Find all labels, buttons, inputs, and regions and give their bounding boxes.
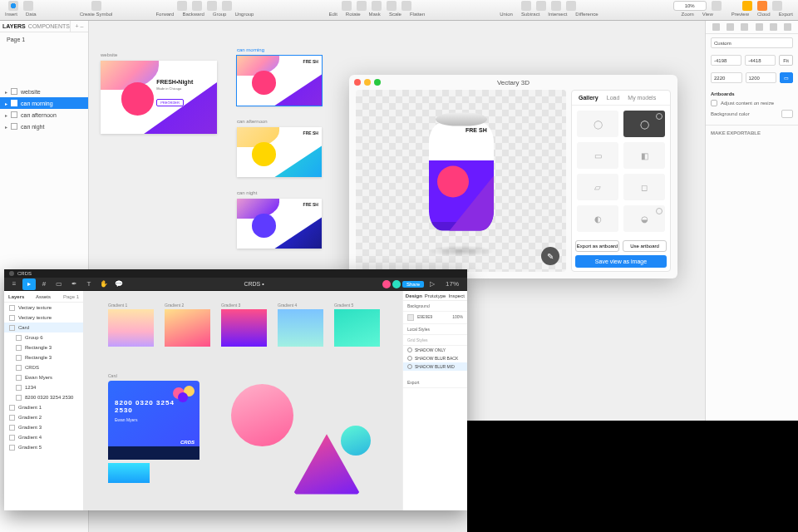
align-hcenter-icon[interactable]: [727, 23, 734, 31]
edit-icon[interactable]: [342, 1, 352, 11]
tab-design[interactable]: Design: [403, 291, 425, 300]
figma-layer-item[interactable]: Gradient 4: [4, 432, 83, 442]
w-field[interactable]: 2220: [711, 72, 742, 83]
intersect-icon[interactable]: [551, 1, 561, 11]
maximize-icon[interactable]: [374, 79, 381, 86]
shape-circle-large[interactable]: [231, 384, 293, 446]
page-name[interactable]: Page 1: [0, 32, 88, 47]
avatar[interactable]: [382, 280, 391, 288]
tab-load[interactable]: Load: [607, 95, 620, 101]
shape-tool[interactable]: ▭: [52, 278, 66, 290]
rotate-icon[interactable]: [357, 1, 367, 11]
model-thumb[interactable]: ◧: [623, 142, 665, 169]
x-field[interactable]: -4198: [711, 55, 741, 66]
figma-layer-item[interactable]: Ewan Myers: [4, 372, 83, 382]
vectary-viewport[interactable]: FRE SH ✎: [356, 90, 566, 272]
group-icon[interactable]: [207, 1, 217, 11]
figma-titlebar[interactable]: CRDS: [4, 269, 467, 278]
export-icon[interactable]: [772, 1, 782, 11]
can-3d-model[interactable]: FRE SH: [429, 112, 494, 237]
export-section[interactable]: Export: [403, 377, 467, 388]
tab-prototype[interactable]: Prototype: [425, 291, 446, 300]
h-field[interactable]: 1200: [746, 72, 777, 83]
model-thumb[interactable]: ▱: [577, 174, 618, 200]
view-icon[interactable]: [712, 1, 722, 11]
ungroup-icon[interactable]: [222, 1, 232, 11]
figma-layer-item[interactable]: Gradient 5: [4, 442, 83, 452]
layer-website[interactable]: ▸website: [0, 86, 88, 97]
adjust-content-checkbox[interactable]: Adjust content on resize: [706, 98, 798, 108]
figma-layer-item[interactable]: Group 6: [4, 332, 83, 342]
figma-layer-item[interactable]: Vectary texture: [4, 303, 83, 313]
align-top-icon[interactable]: [756, 23, 763, 31]
background-color-row[interactable]: Background color: [706, 108, 798, 120]
figma-file-title[interactable]: CRDS •: [244, 281, 264, 287]
artboard-can-night[interactable]: can night FRE SH: [237, 199, 322, 249]
add-page-button[interactable]: + –: [70, 21, 88, 32]
align-left-icon[interactable]: [712, 23, 720, 31]
align-vcenter-icon[interactable]: [770, 23, 777, 31]
figma-canvas[interactable]: Gradient 1 Gradient 2 Gradient 3 Gradien…: [83, 291, 402, 510]
tab-my-models[interactable]: My models: [628, 95, 656, 101]
shape-circle-small[interactable]: [341, 426, 371, 456]
model-thumb[interactable]: ◯: [577, 111, 618, 137]
difference-icon[interactable]: [566, 1, 576, 11]
effect-style[interactable]: SHADOW ONLY: [403, 346, 467, 354]
pen-tool[interactable]: ✒: [67, 278, 81, 290]
preset-field[interactable]: Custom: [711, 37, 793, 48]
model-thumb[interactable]: ◯: [623, 111, 665, 137]
figma-layer-item[interactable]: Gradient 1: [4, 402, 83, 412]
minimize-icon[interactable]: [364, 79, 371, 86]
share-button[interactable]: Share: [402, 281, 424, 288]
effect-style[interactable]: SHADOW BLUR BACK: [403, 354, 467, 362]
present-button[interactable]: ▷: [426, 278, 439, 290]
flatten-icon[interactable]: [401, 1, 411, 11]
layer-can-night[interactable]: ▸can night: [0, 121, 88, 132]
export-as-artboard-button[interactable]: Export as artboard: [575, 240, 619, 252]
create-symbol-icon[interactable]: [91, 1, 101, 11]
forward-icon[interactable]: [177, 1, 187, 11]
vectary-window[interactable]: Vectary 3D FRE SH ✎ Gallery Load My mode…: [349, 75, 677, 278]
menu-icon[interactable]: [9, 271, 14, 276]
effect-style[interactable]: SHADOW BLUR MID: [403, 362, 467, 371]
hand-tool[interactable]: ✋: [97, 278, 111, 290]
figma-layer-item[interactable]: 1234: [4, 382, 83, 392]
tab-inspect[interactable]: Inspect: [446, 291, 467, 300]
zoom-field[interactable]: 10%: [673, 1, 707, 11]
bg-color-swatch[interactable]: [781, 110, 793, 118]
insert-icon[interactable]: [8, 1, 18, 11]
subtract-icon[interactable]: [536, 1, 546, 11]
make-exportable-section[interactable]: MAKE EXPORTABLE: [706, 125, 798, 137]
artboard-can-afternoon[interactable]: can afternoon FRE SH: [237, 127, 322, 177]
scale-icon[interactable]: [387, 1, 397, 11]
page-selector[interactable]: Page 1: [59, 291, 83, 302]
tab-layers[interactable]: Layers: [4, 291, 32, 302]
avatar[interactable]: [392, 280, 401, 288]
figma-layer-item[interactable]: 8200 0320 3254 2530: [4, 392, 83, 402]
union-icon[interactable]: [521, 1, 531, 11]
backward-icon[interactable]: [192, 1, 202, 11]
orientation-button[interactable]: ▭: [780, 72, 793, 83]
model-thumb[interactable]: ▭: [577, 142, 618, 169]
artboard-website[interactable]: website FRESH•NightMade in ChicagoPREORD…: [101, 61, 217, 134]
model-thumb[interactable]: ◻: [623, 174, 665, 200]
tab-assets[interactable]: Assets: [32, 291, 59, 302]
model-thumb[interactable]: ◐: [577, 205, 618, 232]
figma-menu-icon[interactable]: ≡: [7, 278, 21, 290]
vectary-titlebar[interactable]: Vectary 3D: [349, 75, 677, 90]
figma-layer-item[interactable]: Vectary texture: [4, 313, 83, 323]
tab-gallery[interactable]: Gallery: [579, 95, 598, 101]
y-field[interactable]: -4418: [745, 55, 776, 66]
figma-layer-item[interactable]: Gradient 3: [4, 422, 83, 432]
fit-button[interactable]: Fit: [779, 55, 793, 66]
move-tool[interactable]: ▸: [22, 278, 36, 290]
text-tool[interactable]: T: [82, 278, 96, 290]
use-artboard-button[interactable]: Use artboard: [623, 240, 667, 252]
figma-layer-item[interactable]: Card: [4, 323, 83, 332]
frame-card[interactable]: Card 8200 0320 3254 2530 Ewan Myers CRDS: [108, 381, 200, 460]
artboard-can-morning[interactable]: can morning FRE SH: [237, 56, 322, 106]
figma-tab[interactable]: CRDS: [17, 271, 32, 276]
data-icon[interactable]: [23, 1, 33, 11]
zoom-value[interactable]: 17%: [441, 278, 464, 290]
layer-can-afternoon[interactable]: ▸can afternoon: [0, 109, 88, 121]
